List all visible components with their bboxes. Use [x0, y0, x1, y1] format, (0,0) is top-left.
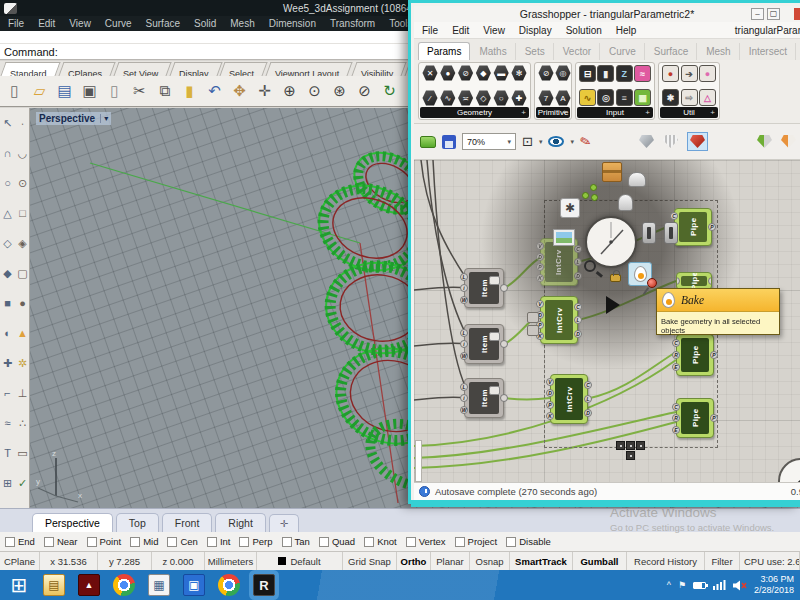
osnap-mid[interactable]: Mid [130, 536, 158, 547]
output-nub[interactable]: D [574, 272, 582, 280]
param-group-icon[interactable]: ✚ [511, 90, 527, 106]
gh-menu-solution[interactable]: Solution [566, 25, 602, 36]
param-integer-icon[interactable]: ◎ [555, 65, 571, 81]
rotate-view-icon[interactable]: ↻ [379, 81, 400, 102]
drape-icon[interactable]: ≈ [0, 408, 15, 438]
control-curve-icon[interactable]: ◡ [15, 138, 30, 168]
gh-tab-params[interactable]: Params [418, 42, 470, 60]
group-icon[interactable] [582, 184, 600, 202]
sketch-pen-icon[interactable]: ✎ [578, 133, 592, 150]
component-list-item-1[interactable]: LiW Item [464, 268, 504, 308]
toolbar-tab-set-view[interactable]: Set View [113, 62, 171, 76]
input-nub[interactable]: V [536, 242, 544, 250]
input-nub[interactable]: L [460, 273, 468, 281]
zoom-icon[interactable]: ⊕ [279, 81, 300, 102]
param-plane-icon[interactable]: ≍ [458, 90, 474, 106]
gh-file-browser[interactable]: triangularParam [735, 25, 800, 36]
selection-handle[interactable] [626, 451, 635, 460]
battery-icon[interactable] [693, 582, 706, 589]
open-document-icon[interactable] [420, 136, 436, 148]
osnap-disable[interactable]: Disable [506, 536, 551, 547]
output-nub[interactable]: C [574, 303, 582, 311]
view-tab-add-icon[interactable]: ✛ [269, 514, 299, 532]
osnap-int-checkbox[interactable] [207, 537, 217, 547]
osnap-point[interactable]: Point [87, 536, 122, 547]
input-nub[interactable]: W [460, 406, 468, 414]
osnap-disable-checkbox[interactable] [506, 537, 516, 547]
param-surface-icon[interactable]: ◆ [475, 65, 491, 81]
rhino-menu-surface[interactable]: Surface [146, 18, 180, 29]
param-circle-icon[interactable]: ● [440, 65, 456, 81]
preview-dropdown-caret[interactable]: ▾ [570, 138, 574, 146]
status-record-history[interactable]: Record History [627, 552, 705, 570]
output-nub[interactable]: P [710, 351, 718, 359]
relay-node[interactable] [527, 312, 539, 323]
toolbar-tab-standard[interactable]: Standard [0, 62, 60, 76]
canvas-scrollbar[interactable] [415, 440, 422, 482]
gh-tab-vector[interactable]: Vector [555, 43, 600, 60]
point-icon[interactable]: ∙ [15, 108, 30, 138]
curve-tools-icon[interactable]: ◈ [15, 228, 30, 258]
output-nub[interactable] [500, 340, 508, 348]
osnap-near-checkbox[interactable] [44, 537, 54, 547]
polygon-icon[interactable]: ◇ [0, 228, 15, 258]
preview-helmet-icon[interactable] [628, 172, 646, 187]
osnap-perp-checkbox[interactable] [239, 537, 249, 547]
osnap-knot[interactable]: Knot [364, 536, 397, 547]
rhino-menu-edit[interactable]: Edit [38, 18, 55, 29]
param-box-icon[interactable]: ◇ [475, 90, 491, 106]
preview-eye-icon[interactable] [548, 136, 564, 147]
rhino-menu-file[interactable]: File [8, 18, 24, 29]
input-nub[interactable]: W [460, 296, 468, 304]
output-nub[interactable] [500, 284, 508, 292]
osnap-quad-checkbox[interactable] [319, 537, 329, 547]
cluster-box-icon[interactable] [602, 162, 622, 182]
param-brep-icon[interactable]: ▬ [493, 65, 509, 81]
gh-tab-sets[interactable]: Sets [517, 43, 554, 60]
gh-menu-file[interactable]: File [422, 25, 438, 36]
status-cplane[interactable]: CPlane [0, 552, 40, 570]
input-nub[interactable]: D [536, 253, 544, 261]
input-nub[interactable]: K [536, 274, 544, 282]
sphere-icon[interactable]: ● [15, 288, 30, 318]
image-export-icon[interactable] [554, 230, 574, 245]
osnap-vertex[interactable]: Vertex [406, 536, 446, 547]
osnap-knot-checkbox[interactable] [364, 537, 374, 547]
curve-icon[interactable]: ∩ [0, 138, 15, 168]
input-nub[interactable]: i [460, 394, 468, 402]
fillet-icon[interactable]: ⌐ [0, 378, 15, 408]
maximize-button[interactable]: ▢ [767, 8, 780, 20]
check-icon[interactable]: ✓ [15, 468, 30, 498]
galapagos-icon[interactable]: ● [662, 65, 679, 82]
gradient-icon[interactable]: ▦ [634, 89, 651, 106]
input-nub[interactable]: P [536, 263, 544, 271]
close-button[interactable] [794, 8, 800, 20]
param-line-icon[interactable]: ⁄ [422, 90, 438, 106]
osnap-vertex-checkbox[interactable] [406, 537, 416, 547]
ellipse-icon[interactable]: ⊙ [15, 168, 30, 198]
osnap-cen-checkbox[interactable] [167, 537, 177, 547]
explode-icon[interactable]: ✲ [15, 348, 30, 378]
status-ortho[interactable]: Ortho [397, 552, 431, 570]
component-pipe-3[interactable]: CRE Pipe P [676, 334, 714, 376]
chrome-icon[interactable] [113, 574, 135, 596]
param-point-icon[interactable]: ✕ [422, 65, 438, 81]
clipboard-icon[interactable]: ▯ [104, 81, 125, 102]
selection-handle[interactable] [626, 441, 635, 450]
status-osnap[interactable]: Osnap [470, 552, 510, 570]
gh-tab-curve[interactable]: Curve [601, 43, 645, 60]
cluster-icon[interactable]: ● [699, 65, 716, 82]
cylinder-icon[interactable]: ◐ [0, 318, 15, 348]
param-number-icon[interactable]: 7 [538, 90, 554, 106]
input-nub[interactable]: R [672, 414, 680, 422]
grasshopper-canvas[interactable]: LiW Item LiW Item LiW Item VDPK IntCrv [414, 160, 800, 482]
panel-widget-icon[interactable] [642, 222, 656, 244]
param-text-icon[interactable]: A [555, 90, 571, 106]
save-document-icon[interactable] [442, 135, 456, 149]
osnap-near[interactable]: Near [44, 536, 78, 547]
gh-menu-edit[interactable]: Edit [452, 25, 469, 36]
output-nub[interactable]: L [574, 316, 582, 324]
acrobat-icon[interactable]: ▲ [78, 574, 100, 596]
component-pipe-4[interactable]: CRE Pipe P [676, 398, 714, 438]
component-list-item-3[interactable]: LiW Item [464, 378, 504, 418]
